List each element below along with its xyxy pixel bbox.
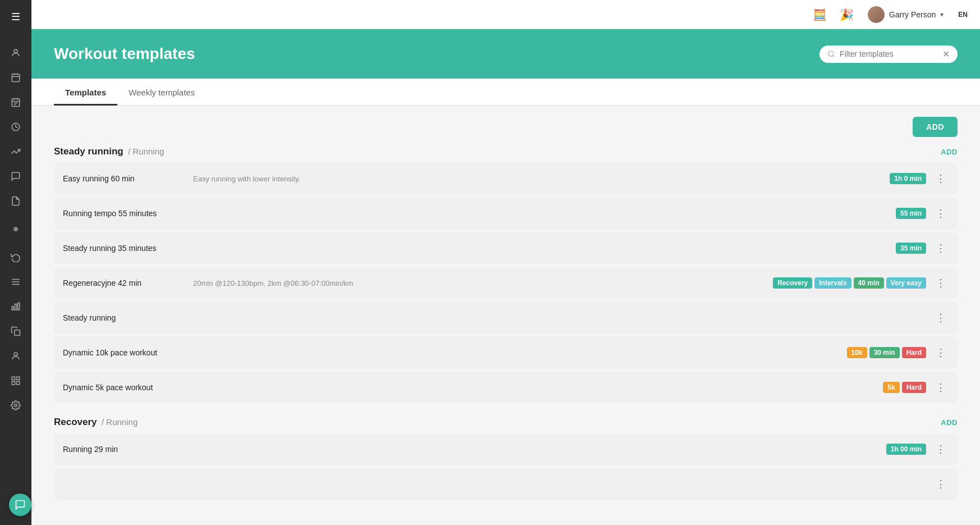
template-row[interactable]: Dynamic 5k pace workout 5k Hard ⋮ bbox=[54, 372, 958, 403]
tab-templates[interactable]: Templates bbox=[54, 79, 117, 106]
svg-rect-16 bbox=[15, 304, 17, 311]
tab-weekly-templates[interactable]: Weekly templates bbox=[117, 79, 206, 106]
add-template-button[interactable]: ADD bbox=[913, 117, 958, 137]
sidebar: ☰ bbox=[0, 0, 31, 525]
add-section-steady-running-button[interactable]: ADD bbox=[941, 148, 958, 156]
user-menu[interactable]: Garry Person ▾ bbox=[863, 4, 948, 25]
template-tags: 1h 00 min bbox=[886, 444, 926, 455]
svg-rect-22 bbox=[17, 382, 20, 385]
svg-point-19 bbox=[14, 353, 17, 356]
tag-time: 40 min bbox=[854, 277, 884, 289]
section-header-steady-running: Steady running / Running ADD bbox=[54, 146, 958, 157]
trend-icon[interactable] bbox=[6, 141, 26, 162]
more-options-button[interactable]: ⋮ bbox=[933, 206, 949, 221]
tabs: Templates Weekly templates bbox=[31, 79, 980, 106]
template-row[interactable]: Running tempo 55 minutes 55 min ⋮ bbox=[54, 198, 958, 229]
template-tags: 35 min bbox=[896, 243, 926, 254]
lines-icon[interactable] bbox=[6, 272, 26, 292]
copy-icon[interactable] bbox=[6, 321, 26, 341]
section-header-recovery: Recovery / Running ADD bbox=[54, 417, 958, 428]
tag-intervals: Intervals bbox=[814, 277, 851, 289]
menu-icon[interactable]: ☰ bbox=[6, 7, 26, 27]
celebration-icon[interactable]: 🎉 bbox=[836, 4, 857, 25]
more-options-button[interactable]: ⋮ bbox=[933, 380, 949, 395]
user-name: Garry Person bbox=[889, 10, 936, 19]
chevron-down-icon: ▾ bbox=[940, 11, 944, 19]
svg-rect-17 bbox=[18, 303, 20, 310]
more-options-button[interactable]: ⋮ bbox=[933, 275, 949, 291]
more-options-button[interactable]: ⋮ bbox=[933, 240, 949, 256]
avatar bbox=[868, 6, 885, 23]
header-banner: Workout templates ✕ bbox=[31, 29, 980, 79]
svg-point-25 bbox=[828, 51, 834, 56]
svg-point-24 bbox=[15, 404, 17, 407]
chat-icon[interactable] bbox=[6, 166, 26, 186]
tag-time: 30 min bbox=[869, 347, 900, 358]
svg-line-26 bbox=[833, 56, 835, 57]
svg-rect-18 bbox=[15, 330, 20, 336]
more-options-button[interactable]: ⋮ bbox=[933, 441, 949, 457]
svg-rect-1 bbox=[12, 74, 20, 82]
filter-box: ✕ bbox=[819, 45, 958, 63]
more-options-button[interactable]: ⋮ bbox=[933, 476, 949, 492]
tag: 35 min bbox=[896, 243, 926, 254]
document-icon[interactable] bbox=[6, 191, 26, 211]
template-tags: 1h 0 min bbox=[890, 173, 926, 184]
tag-hard: Hard bbox=[902, 382, 926, 393]
analytics-icon[interactable] bbox=[6, 117, 26, 137]
main-content: 🧮 🎉 Garry Person ▾ EN Workout templates … bbox=[31, 0, 980, 525]
filter-clear-icon[interactable]: ✕ bbox=[942, 49, 950, 60]
settings-icon[interactable] bbox=[6, 395, 26, 416]
users-icon[interactable] bbox=[6, 43, 26, 63]
template-row[interactable]: Running 29 min 1h 00 min ⋮ bbox=[54, 433, 958, 465]
tag-easy: Very easy bbox=[886, 277, 926, 289]
tag-distance: 5k bbox=[883, 382, 899, 393]
section-title-recovery: Recovery / Running bbox=[54, 417, 138, 428]
tag: 55 min bbox=[896, 208, 926, 219]
content-area: ADD Steady running / Running ADD Easy ru… bbox=[31, 106, 980, 525]
topnav: 🧮 🎉 Garry Person ▾ EN bbox=[31, 0, 980, 29]
divider-dot bbox=[13, 227, 18, 231]
tag-hard: Hard bbox=[902, 347, 926, 358]
more-options-button[interactable]: ⋮ bbox=[933, 310, 949, 326]
section-recovery: Recovery / Running ADD Running 29 min 1h… bbox=[54, 417, 958, 500]
tag-time: 1h 00 min bbox=[886, 444, 926, 455]
more-options-button[interactable]: ⋮ bbox=[933, 345, 949, 360]
bar-chart-icon[interactable] bbox=[6, 296, 26, 317]
svg-rect-23 bbox=[12, 382, 15, 385]
template-row[interactable]: Steady running ⋮ bbox=[54, 302, 958, 334]
template-row[interactable]: Regeneracyjne 42 min 20min @120-130bpm, … bbox=[54, 267, 958, 299]
tag-distance: 10k bbox=[847, 347, 867, 358]
svg-point-0 bbox=[14, 49, 17, 53]
chat-bubble-button[interactable] bbox=[9, 494, 31, 516]
page-title: Workout templates bbox=[54, 45, 195, 63]
template-row[interactable]: Dynamic 10k pace workout 10k 30 min Hard… bbox=[54, 337, 958, 368]
person-icon[interactable] bbox=[6, 346, 26, 366]
svg-rect-20 bbox=[12, 377, 15, 380]
template-row[interactable]: Easy running 60 min Easy running with lo… bbox=[54, 163, 958, 194]
calculator-icon[interactable]: 🧮 bbox=[809, 4, 830, 25]
template-row[interactable]: ⋮ bbox=[54, 468, 958, 500]
svg-rect-15 bbox=[12, 307, 13, 310]
template-row[interactable]: Steady running 35 minutes 35 min ⋮ bbox=[54, 232, 958, 264]
more-options-button[interactable]: ⋮ bbox=[933, 171, 949, 186]
template-tags: 10k 30 min Hard bbox=[847, 347, 926, 358]
grid-icon[interactable] bbox=[6, 371, 26, 391]
section-title-steady-running: Steady running / Running bbox=[54, 146, 164, 157]
template-tags: 55 min bbox=[896, 208, 926, 219]
calendar-icon[interactable] bbox=[6, 67, 26, 88]
refresh-icon[interactable] bbox=[6, 247, 26, 267]
add-section-recovery-button[interactable]: ADD bbox=[941, 418, 958, 427]
filter-input[interactable] bbox=[840, 49, 938, 58]
list-icon[interactable] bbox=[6, 92, 26, 112]
top-add-row: ADD bbox=[54, 117, 958, 137]
language-selector[interactable]: EN bbox=[955, 10, 971, 20]
section-steady-running: Steady running / Running ADD Easy runnin… bbox=[54, 146, 958, 403]
tag: 1h 0 min bbox=[890, 173, 926, 184]
template-tags: Recovery Intervals 40 min Very easy bbox=[773, 277, 926, 289]
template-tags: 5k Hard bbox=[883, 382, 926, 393]
search-icon bbox=[827, 50, 835, 58]
tag-recovery: Recovery bbox=[773, 277, 812, 289]
svg-rect-21 bbox=[17, 377, 20, 380]
